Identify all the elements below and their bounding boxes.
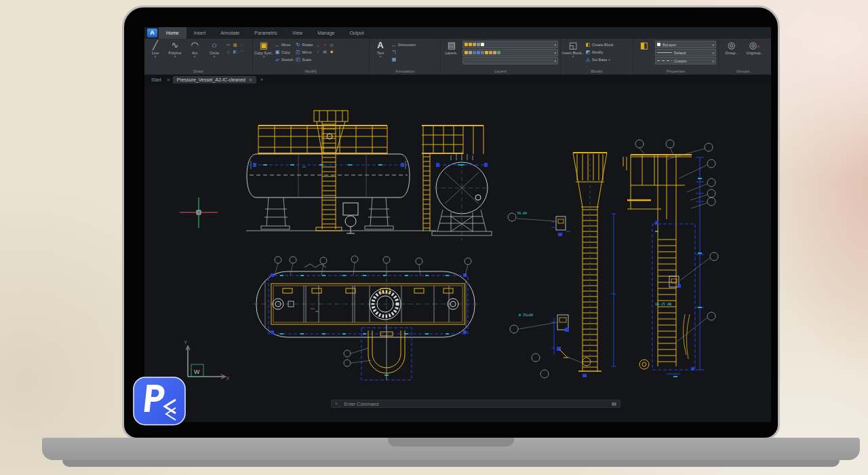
revcloud-icon[interactable]: ◠ [239, 49, 245, 55]
move-icon: ↔ [275, 43, 280, 48]
command-bar[interactable]: >_ Enter Command [331, 400, 620, 408]
set-base-label: Set Base [592, 58, 607, 62]
groups-panel-label[interactable]: Groups [719, 69, 767, 75]
drawing-tab-label: Pressure_Vessel_A2-IC-cleaned [177, 77, 245, 82]
explode-icon[interactable]: ◆ [329, 49, 335, 55]
mirror-icon: ◫ [295, 50, 300, 55]
chevron-down-icon: ▾ [554, 59, 556, 63]
linetype-dropdown[interactable]: Custom ▾ [655, 57, 716, 64]
edit-block-button[interactable]: ◩ Modify [585, 49, 614, 56]
tab-drawing[interactable]: Pressure_Vessel_A2-IC-cleaned ✕ [173, 76, 256, 83]
side-ladder [316, 121, 342, 231]
ladder-a-bracket-2 [510, 315, 583, 378]
group-icon: ◎ [728, 40, 735, 51]
gradient-icon[interactable]: ◧ [232, 49, 238, 55]
create-block-button[interactable]: ◧ Create Block [585, 41, 614, 48]
ladder-a-dims [583, 214, 616, 377]
rotate-label: Rotate [302, 43, 313, 47]
arc-button[interactable]: ◠ Arc ▾ [186, 40, 203, 69]
close-icon[interactable]: ✕ [167, 77, 173, 83]
command-prompt: >_ [335, 401, 340, 406]
ribbon-tab-manage[interactable]: Manage [310, 27, 342, 39]
color-value: ByLayer [663, 43, 676, 47]
laptop-base-lip [62, 460, 840, 467]
rotate-button[interactable]: ↻ Rotate [295, 41, 313, 48]
text-button[interactable]: A Text ▾ [372, 40, 389, 69]
mirror-label: Mirror [302, 50, 311, 54]
table-button[interactable]: ▦ [391, 56, 416, 63]
insert-block-button[interactable]: ◱ Insert Block.. ▾ [563, 40, 583, 69]
scale-button[interactable]: ◰ Scale [295, 56, 313, 63]
layer-color-chip [481, 43, 484, 46]
rectangle-icon[interactable]: ▭ [225, 42, 231, 48]
cad-app-window: A Home Insert Annotate Parametric View M… [144, 27, 771, 422]
ribbon-tab-output[interactable]: Output [342, 27, 371, 39]
draw-panel-label[interactable]: Draw [144, 69, 252, 75]
close-icon[interactable]: ✕ [249, 77, 252, 82]
dimension-icon: ↔ [391, 43, 397, 48]
mirror-button[interactable]: ◫ Mirror [295, 49, 313, 56]
copy-system-button[interactable]: ▣ Copy Syst.. ▾ [255, 40, 273, 69]
stretch-label: Stretch [281, 58, 293, 62]
annotation-panel-label[interactable]: Annotation [370, 69, 440, 75]
layer-color-chip [465, 51, 468, 54]
cad-drawing: Y X W [144, 83, 771, 422]
linetype-value: Custom [674, 59, 687, 63]
offset-icon[interactable]: ◎ [329, 42, 335, 48]
new-tab-button[interactable]: + [256, 77, 267, 83]
layers-panel-label[interactable]: Layers [441, 69, 560, 75]
layer-properties-button[interactable]: ▤ Layers.. [443, 40, 460, 69]
plan-balloons [275, 256, 471, 366]
layer-color-chip [473, 43, 476, 46]
ribbon-tab-insert[interactable]: Insert [186, 27, 214, 39]
table-icon: ▦ [391, 57, 397, 62]
dimension-text: W 25x40 [519, 313, 533, 317]
modify-extra-tools: ◟ × ◎ ∕ ▤ ◆ [315, 40, 335, 69]
array-icon[interactable]: ▤ [322, 49, 328, 55]
set-base-button[interactable]: ◬ Set Base ▾ [585, 56, 614, 63]
ungroup-button[interactable]: ◎× Ungroup.. [746, 40, 764, 69]
ribbon-tab-home[interactable]: Home [159, 27, 186, 39]
copy-button[interactable]: ▣ Copy [275, 49, 293, 56]
svg-text:Y: Y [184, 339, 188, 345]
ribbon-tab-parametric[interactable]: Parametric [247, 27, 285, 39]
platform-b-blue [652, 157, 704, 374]
polygon-icon[interactable]: ◇ [225, 49, 231, 55]
app-logo-icon[interactable]: A [147, 28, 157, 37]
stretch-button[interactable]: ▱ Stretch [275, 56, 293, 63]
drawing-canvas[interactable]: Y X W 70.00W 25x4010-25 AB >_ Enter Comm… [144, 83, 771, 422]
line-button[interactable]: ╱ Line ▾ [146, 40, 164, 69]
blocks-panel-label[interactable]: Blocks [561, 69, 633, 75]
lineweight-dropdown[interactable]: Default ▾ [655, 49, 716, 56]
layers-icon: ▤ [448, 40, 456, 51]
match-properties-button[interactable]: ◧ [635, 40, 653, 69]
color-chip [657, 43, 660, 46]
ellipse-icon[interactable]: ◌ [239, 42, 245, 48]
circle-button[interactable]: ○ Circle ▾ [205, 40, 223, 69]
group-button[interactable]: ◎ Group.. [723, 40, 741, 69]
copy-system-icon: ▣ [260, 40, 268, 51]
ribbon-tab-view[interactable]: View [285, 27, 310, 39]
modify-panel-label[interactable]: Modify [253, 69, 369, 75]
properties-panel-label[interactable]: Properties [633, 69, 718, 75]
layers-label: Layers.. [445, 51, 458, 55]
fillet-icon[interactable]: ◟ [315, 42, 321, 48]
panel-modify: ▣ Copy Syst.. ▾ ↔ Move ▣ Copy ▱ Str [253, 39, 370, 75]
layer-filter-dropdown[interactable]: ▾ [462, 57, 558, 64]
tab-start[interactable]: Start [144, 77, 167, 83]
chevron-down-icon: ▾ [380, 55, 382, 58]
object-color-dropdown[interactable]: ByLayer ▾ [655, 41, 716, 48]
layer-state-dropdown[interactable]: ▾ [462, 41, 558, 48]
ribbon-tab-annotate[interactable]: Annotate [213, 27, 247, 39]
leader-button[interactable]: ◹ [391, 49, 416, 56]
command-placeholder: Enter Command [344, 402, 378, 406]
erase-icon[interactable]: × [322, 42, 328, 48]
dimension-button[interactable]: ↔ Dimension [391, 41, 416, 48]
hatch-icon[interactable]: ▨ [232, 42, 238, 48]
laptop-base [42, 438, 860, 460]
move-button[interactable]: ↔ Move [275, 41, 293, 48]
polyline-button[interactable]: ∿ Polyline ▾ [166, 40, 184, 69]
chevron-down-icon: ▾ [174, 55, 176, 58]
trim-icon[interactable]: ∕ [315, 49, 321, 55]
layer-dropdown[interactable]: ▾ [462, 49, 558, 56]
